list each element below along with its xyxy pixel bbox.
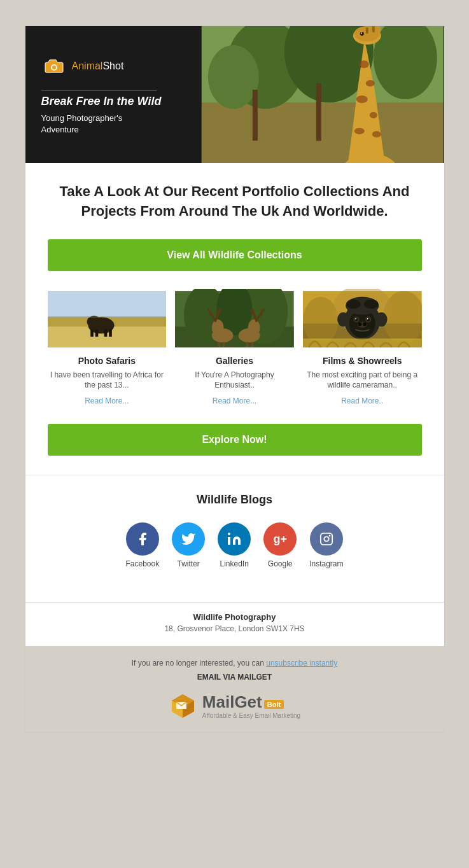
svg-point-54	[303, 297, 339, 344]
svg-point-47	[248, 319, 260, 336]
svg-rect-5	[202, 102, 444, 163]
camera-icon	[41, 53, 67, 79]
blog-section: Wildlife Blogs Facebook	[25, 475, 444, 602]
facebook-label: Facebook	[125, 559, 159, 568]
svg-rect-38	[48, 316, 167, 318]
svg-rect-49	[223, 342, 225, 347]
svg-rect-11	[316, 83, 321, 141]
svg-rect-37	[109, 329, 112, 336]
logo-animal: Animal	[72, 60, 103, 71]
facebook-icon	[126, 522, 159, 556]
twitter-icon	[172, 522, 205, 556]
svg-point-15	[370, 112, 377, 118]
svg-point-78	[329, 535, 331, 537]
svg-point-45	[212, 319, 224, 336]
header-tagline-main: Break Free In the Wild	[41, 95, 185, 109]
google-icon: g+	[263, 522, 297, 556]
logo-divider	[41, 90, 157, 91]
svg-point-71	[346, 299, 360, 309]
card-link-2[interactable]: Read More..	[341, 396, 383, 405]
google-label: Google	[268, 559, 293, 568]
svg-rect-35	[95, 329, 98, 336]
svg-point-2	[52, 66, 56, 69]
explore-now-button[interactable]: Explore Now!	[48, 424, 422, 456]
email-header: AnimalShot Break Free In the Wild Young …	[25, 26, 444, 163]
instagram-label: Instagram	[309, 559, 343, 568]
view-collections-button[interactable]: View All Wildlife Collections	[48, 239, 422, 271]
card-photo-safaris: Photo Safaris I have been travelling to …	[48, 289, 167, 407]
svg-rect-51	[251, 342, 254, 347]
logo-text: AnimalShot	[72, 60, 124, 72]
svg-point-67	[363, 322, 367, 326]
svg-rect-36	[104, 329, 107, 336]
card-title-0: Photo Safaris	[48, 356, 167, 366]
svg-rect-24	[372, 26, 375, 32]
footer: If you are no longer interested, you can…	[25, 646, 444, 732]
mailget-logo: MailGetBolt Affordable & Easy Email Mark…	[48, 691, 422, 720]
mailget-cube-icon	[169, 691, 197, 720]
svg-point-61	[355, 318, 358, 321]
unsubscribe-link[interactable]: unsubscribe instantly	[266, 659, 337, 668]
footer-via: EMAIL VIA MAILGET	[48, 673, 422, 682]
twitter-label: Twitter	[178, 559, 200, 568]
card-image-deer	[175, 289, 294, 349]
blog-title: Wildlife Blogs	[48, 493, 422, 507]
svg-rect-76	[321, 533, 332, 545]
svg-point-17	[372, 131, 381, 137]
cards-row: Photo Safaris I have been travelling to …	[48, 289, 422, 407]
social-instagram[interactable]: Instagram	[309, 522, 343, 568]
mailget-bolt-badge: Bolt	[264, 700, 284, 709]
svg-point-13	[366, 80, 375, 87]
svg-point-66	[358, 322, 362, 326]
mailget-name: MailGetBolt	[202, 692, 284, 712]
svg-rect-74	[228, 537, 230, 545]
card-link-0[interactable]: Read More...	[85, 396, 129, 405]
svg-point-75	[228, 533, 230, 535]
header-left-panel: AnimalShot Break Free In the Wild Young …	[25, 26, 201, 163]
svg-rect-10	[253, 90, 258, 141]
svg-point-21	[361, 32, 362, 34]
logo-shot: Shot	[102, 60, 123, 71]
footer-unsubscribe-text: If you are no longer interested, you can…	[48, 659, 422, 668]
social-linkedin[interactable]: LinkedIn	[218, 522, 251, 568]
svg-rect-23	[366, 27, 368, 34]
svg-point-68	[337, 312, 349, 326]
card-galleries: Galleries If You're A Photography Enthus…	[175, 289, 294, 407]
social-twitter[interactable]: Twitter	[172, 522, 205, 568]
svg-rect-48	[218, 342, 220, 347]
svg-point-69	[375, 312, 388, 326]
social-facebook[interactable]: Facebook	[125, 522, 159, 568]
main-title: Take A Look At Our Recent Portfolio Coll…	[48, 182, 422, 221]
card-desc-2: The most exciting part of being a wildli…	[303, 370, 422, 391]
address-company: Wildlife Photography	[48, 612, 422, 622]
linkedin-label: LinkedIn	[220, 559, 248, 568]
logo-area: AnimalShot	[41, 53, 185, 79]
card-image-gorilla	[303, 289, 422, 349]
svg-point-77	[324, 537, 328, 542]
mailget-tagline: Affordable & Easy Email Marketing	[202, 712, 300, 719]
svg-point-63	[355, 318, 356, 319]
header-tagline-sub: Young Photographer's Adventure	[41, 113, 185, 136]
card-link-1[interactable]: Read More...	[213, 396, 256, 405]
svg-rect-29	[48, 291, 167, 318]
linkedin-icon	[218, 522, 251, 556]
svg-point-20	[360, 32, 364, 36]
mailget-text-area: MailGetBolt Affordable & Easy Email Mark…	[202, 692, 300, 719]
main-content: Take A Look At Our Recent Portfolio Coll…	[25, 163, 444, 475]
social-google[interactable]: g+ Google	[263, 522, 297, 568]
svg-rect-50	[246, 342, 249, 347]
svg-point-16	[354, 128, 365, 134]
card-title-1: Galleries	[175, 356, 294, 366]
social-row: Facebook Twitter	[48, 522, 422, 568]
instagram-icon	[310, 522, 343, 556]
header-giraffe-image	[201, 26, 444, 163]
svg-point-9	[208, 45, 259, 109]
card-desc-0: I have been travelling to Africa for the…	[48, 370, 167, 391]
svg-point-72	[364, 299, 378, 309]
giraffe-svg	[201, 26, 444, 163]
svg-point-64	[367, 318, 368, 319]
card-films: Films & Showreels The most exciting part…	[303, 289, 422, 407]
card-title-2: Films & Showreels	[303, 356, 422, 366]
svg-point-62	[367, 318, 370, 321]
address-street: 18, Grosvenor Place, London SW1X 7HS	[48, 624, 422, 633]
